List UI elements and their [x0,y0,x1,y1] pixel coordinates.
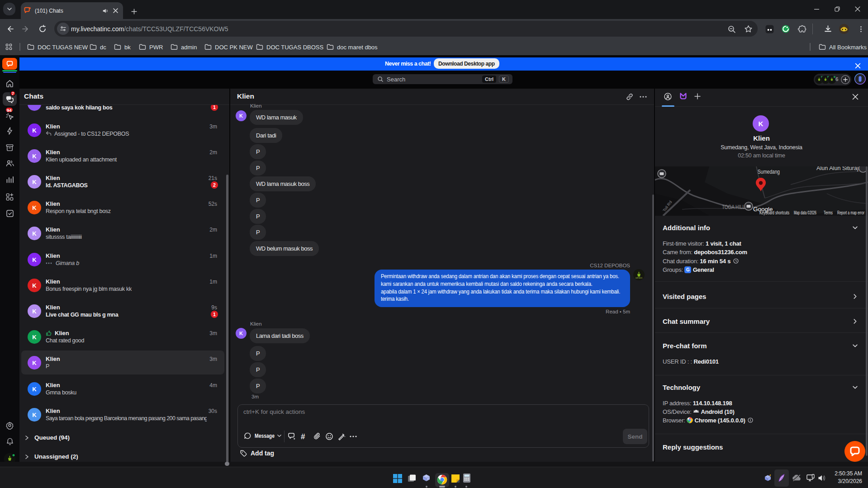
svg-text:DEPOBOS: DEPOBOS [636,277,642,279]
svg-text:Sumedang: Sumedang [758,168,780,175]
svg-text:TOGA HILL: TOGA HILL [722,204,745,210]
svg-text:Alun Alun Situraja: Alun Alun Situraja [816,166,862,171]
svg-text:Keyboard shortcuts: Keyboard shortcuts [759,210,789,215]
svg-text:Report a map error: Report a map error [837,210,864,215]
svg-text:Map data ©2026: Map data ©2026 [794,210,816,215]
svg-text:Terms: Terms [824,210,833,215]
